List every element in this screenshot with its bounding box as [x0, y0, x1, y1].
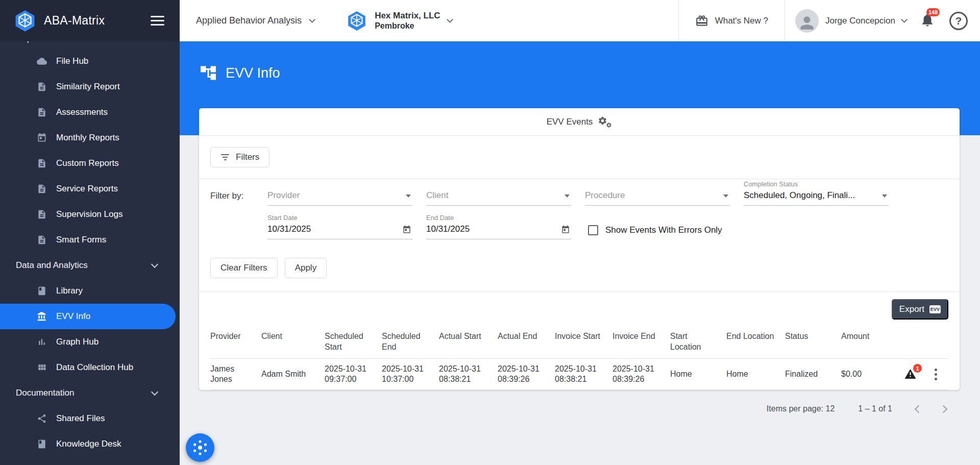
sidebar-section-data-and-analytics[interactable]: Data and Analytics	[0, 253, 180, 278]
sidebar-item-evv-info[interactable]: EVV Info	[0, 304, 176, 329]
sidebar-header: ABA-Matrix	[0, 0, 180, 41]
organization-name: Hex Matrix, LLC	[375, 10, 440, 21]
user-menu[interactable]: Jorge Concepcion	[785, 9, 910, 33]
sidebar-item-graph-hub[interactable]: Graph Hub	[0, 329, 180, 355]
cell-actual-end: 2025-10-31 08:39:26	[498, 359, 555, 390]
cell-status: Finalized	[785, 359, 841, 390]
column-header-invoice-start: Invoice Start	[555, 325, 612, 359]
sidebar-item-label: EVV Info	[56, 311, 90, 322]
sidebar-item-data-collection-hub[interactable]: Data Collection Hub	[0, 355, 180, 380]
person-icon	[797, 13, 817, 33]
whats-new-button[interactable]: What's New ?	[679, 14, 785, 28]
export-evv-button[interactable]: Export EVV	[892, 299, 948, 320]
notification-badge: 148	[926, 8, 940, 16]
filter-by-label: Filter by:	[210, 191, 267, 206]
notifications-button[interactable]: 148	[920, 12, 935, 30]
assistant-fab-button[interactable]	[186, 433, 214, 462]
clear-filters-button[interactable]: Clear Filters	[210, 258, 278, 278]
column-header-scheduled-start: Scheduled Start	[325, 325, 382, 359]
completion-status-select[interactable]: Completion Status Scheduled, Ongoing, Fi…	[744, 190, 889, 206]
cell-actions: 1	[898, 359, 948, 390]
column-header-invoice-end: Invoice End	[612, 325, 670, 359]
panel-title: EVV Events	[547, 117, 593, 127]
provider-select[interactable]: Provider	[267, 190, 412, 206]
cell-start-location: Home	[670, 359, 726, 390]
page-title-row: EVV Info	[199, 64, 980, 82]
topbar: Applied Behavior Analysis Hex Matrix, LL…	[180, 0, 980, 41]
cell-actual-start: 2025-10-31 08:38:21	[439, 359, 498, 390]
graph-hub-icon	[37, 337, 47, 347]
completion-status-value: Scheduled, Ongoing, Finali...	[744, 190, 877, 201]
column-header-scheduled-end: Scheduled End	[382, 325, 439, 359]
filter-actions-row: Clear Filters Apply	[210, 258, 948, 278]
sidebar-item-label: Supervision Logs	[56, 209, 122, 219]
next-page-icon[interactable]	[940, 405, 948, 413]
sidebar-item-custom-reports[interactable]: Custom Reports	[0, 151, 180, 176]
program-selector[interactable]: Applied Behavior Analysis	[196, 15, 314, 26]
sidebar-item-supervision-logs[interactable]: Supervision Logs	[0, 202, 180, 227]
smart-forms-icon	[37, 235, 47, 245]
sidebar-item-shared-files[interactable]: Shared Files	[0, 406, 180, 431]
calendar-icon[interactable]	[561, 225, 570, 234]
content: EVV Info EVV Events Filters	[180, 41, 980, 465]
sidebar-item-library[interactable]: Library	[0, 278, 180, 304]
app-root: ABA-Matrix Report Hub File Hub Similarit…	[0, 0, 980, 465]
hamburger-menu-icon[interactable]	[151, 16, 164, 26]
cell-scheduled-end: 2025-10-31 10:37:00	[382, 359, 439, 390]
table-section: Export EVV Provider	[199, 292, 960, 390]
organization-location: Pembroke	[375, 21, 440, 31]
chevron-down-icon	[309, 16, 315, 23]
column-header-client: Client	[261, 325, 325, 359]
table-row[interactable]: James Jones Adam Smith 2025-10-31 09:37:…	[210, 359, 948, 390]
sidebar-item-label: Knowledge Desk	[56, 439, 121, 449]
sidebar-item-smart-forms[interactable]: Smart Forms	[0, 227, 180, 253]
end-date-field[interactable]: End Date 10/31/2025	[426, 224, 571, 239]
cell-scheduled-start: 2025-10-31 09:37:00	[325, 359, 382, 390]
row-menu-icon[interactable]	[932, 366, 940, 382]
column-header-amount: Amount	[841, 325, 898, 359]
error-warning-button[interactable]: 1	[903, 368, 917, 380]
checkbox-icon[interactable]	[588, 225, 598, 235]
sidebar-item-label: Assessments	[56, 107, 108, 117]
sidebar-item-file-hub[interactable]: File Hub	[0, 48, 180, 74]
filters-button[interactable]: Filters	[210, 147, 270, 167]
library-icon	[37, 286, 47, 296]
sidebar-item-label: Monthly Reports	[56, 133, 119, 143]
filter-row-2: Start Date 10/31/2025 End Date 10/31/202…	[267, 224, 948, 239]
items-per-page-label[interactable]: Items per page: 12	[767, 404, 835, 413]
apply-button[interactable]: Apply	[285, 258, 327, 278]
sidebar-item-monthly-reports[interactable]: Monthly Reports	[0, 125, 180, 151]
column-header-start-location: Start Location	[670, 325, 726, 359]
client-select[interactable]: Client	[426, 190, 571, 206]
help-button[interactable]: ?	[949, 12, 968, 30]
sidebar-item-label: Graph Hub	[56, 337, 99, 347]
chevron-down-icon	[882, 194, 887, 198]
sidebar-item-label: Library	[56, 286, 83, 296]
previous-page-icon[interactable]	[915, 405, 923, 413]
table-header-row: Provider Client Scheduled Start Schedule…	[210, 325, 948, 359]
cell-amount: $0.00	[841, 359, 898, 390]
start-date-field[interactable]: Start Date 10/31/2025	[267, 224, 412, 239]
app-title: ABA-Matrix	[44, 14, 151, 28]
filters-body: Filter by: Provider Client Procedure	[199, 179, 960, 292]
filter-row-1: Filter by: Provider Client Procedure	[210, 190, 948, 206]
chevron-down-icon	[406, 194, 411, 198]
sidebar-item-assessments[interactable]: Assessments	[0, 100, 180, 125]
procedure-select[interactable]: Procedure	[585, 190, 730, 206]
calendar-icon[interactable]	[402, 225, 411, 234]
supervision-logs-icon	[37, 209, 47, 219]
organization-selector[interactable]: Hex Matrix, LLC Pembroke	[346, 10, 452, 32]
start-date-label: Start Date	[267, 214, 298, 222]
sidebar-section-documentation[interactable]: Documentation	[0, 380, 180, 406]
procedure-placeholder: Procedure	[585, 190, 719, 201]
pagination-range-label: 1 – 1 of 1	[858, 404, 892, 413]
sidebar-item-similarity-report[interactable]: Similarity Report	[0, 74, 180, 100]
sidebar-item-knowledge-desk[interactable]: Knowledge Desk	[0, 431, 180, 457]
provider-placeholder: Provider	[267, 190, 401, 201]
section-label: Report Hub	[16, 41, 60, 44]
end-date-value: 10/31/2025	[426, 224, 560, 234]
errors-only-checkbox-group[interactable]: Show Events With Errors Only	[588, 225, 722, 239]
fab-dots-icon	[191, 439, 209, 456]
sidebar-item-service-reports[interactable]: Service Reports	[0, 176, 180, 202]
custom-reports-icon	[37, 158, 47, 168]
